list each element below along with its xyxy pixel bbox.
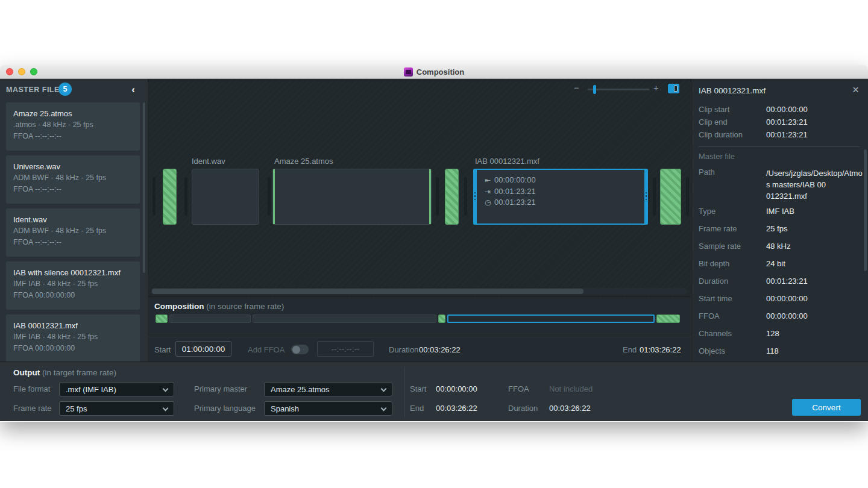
- output-duration-label: Duration: [508, 404, 538, 413]
- overview-segment-green[interactable]: [156, 314, 168, 323]
- clip-gap-handle[interactable]: [268, 177, 271, 216]
- master-file-item[interactable]: Amaze 25.atmos .atmos - 48 kHz - 25 fps …: [6, 102, 140, 151]
- primary-language-dropdown[interactable]: Spanish: [264, 401, 392, 416]
- sidebar-header: MASTER FILES 5 ‹: [0, 79, 148, 102]
- clip-gap-handle[interactable]: [653, 177, 656, 216]
- master-file-ffoa: FFOA 00:00:00:00: [13, 290, 133, 301]
- composition-title: Composition: [154, 302, 204, 311]
- primary-master-dropdown[interactable]: Amaze 25.atmos: [264, 382, 392, 396]
- zoom-out-icon[interactable]: −: [574, 83, 579, 93]
- file-format-value: .mxf (IMF IAB): [66, 385, 116, 394]
- panel-toggle-icon: [674, 86, 678, 92]
- duration-label: Duration: [389, 345, 418, 354]
- row-value: 00:00:00:00: [766, 105, 808, 114]
- master-file-format: IMF IAB - 48 kHz - 25 fps: [13, 278, 133, 290]
- convert-button[interactable]: Convert: [792, 399, 861, 416]
- add-ffoa-toggle[interactable]: [291, 345, 309, 354]
- timeline-scrollbar-thumb[interactable]: [152, 289, 583, 294]
- clip-duration-icon: ◷: [485, 197, 494, 208]
- master-file-format: ADM BWF - 48 kHz - 25 fps: [13, 225, 133, 237]
- row-label: Sample rate: [699, 242, 741, 251]
- row-value: 00:00:00:00: [766, 294, 808, 303]
- timeline-horizontal-scrollbar[interactable]: [151, 288, 687, 295]
- clip-in-icon: ⇤: [485, 175, 494, 186]
- clip-gap-handle[interactable]: [153, 177, 156, 216]
- master-file-item[interactable]: Universe.wav ADM BWF - 48 kHz - 25 fps F…: [6, 155, 140, 204]
- row-label: FFOA: [699, 311, 720, 321]
- chevron-down-icon: [163, 386, 169, 392]
- file-format-dropdown[interactable]: .mxf (IMF IAB): [59, 382, 174, 396]
- master-file-ffoa: FFOA --:--:--:--: [13, 184, 133, 195]
- zoom-slider-handle[interactable]: [593, 85, 596, 94]
- master-file-item[interactable]: Ident.wav ADM BWF - 48 kHz - 25 fps FFOA…: [6, 208, 140, 257]
- row-label: Frame rate: [699, 224, 737, 233]
- master-file-item[interactable]: IAB 00012321.mxf IMF IAB - 48 kHz - 25 f…: [6, 314, 140, 361]
- divider: [404, 367, 405, 418]
- frame-rate-dropdown[interactable]: 25 fps: [59, 401, 174, 416]
- clip-label: Ident.wav: [192, 157, 225, 166]
- zoom-slider[interactable]: [588, 89, 650, 90]
- sidebar-scrollbar[interactable]: [143, 102, 145, 273]
- timeline-area: − + Ident.wav Amaze 25.atmos IAB 0001232…: [148, 79, 691, 296]
- silence-clip[interactable]: [660, 169, 681, 225]
- clip-label: Amaze 25.atmos: [274, 157, 333, 166]
- master-files-sidebar: MASTER FILES 5 ‹ Amaze 25.atmos .atmos -…: [0, 79, 148, 361]
- overview-segment-green[interactable]: [438, 314, 445, 323]
- output-ffoa-value: Not included: [549, 384, 593, 393]
- clip-gap-handle[interactable]: [436, 177, 439, 216]
- row-value: 118: [766, 346, 779, 355]
- clip-label: IAB 00012321.mxf: [475, 157, 539, 166]
- clip-trim-right-handle[interactable]: [644, 169, 648, 225]
- clip-out-value: 00:01:23:21: [494, 187, 536, 196]
- row-value-path: /Users/jzglas/Desktop/Atmos masters/IAB …: [766, 167, 863, 202]
- row-value: 48 kHz: [766, 242, 790, 251]
- overview-segment-clip[interactable]: [169, 314, 251, 323]
- composition-subtitle: (in source frame rate): [204, 302, 285, 311]
- row-value: 25 fps: [766, 224, 787, 233]
- clip-gap-handle[interactable]: [184, 177, 187, 216]
- close-icon[interactable]: ×: [852, 83, 859, 96]
- ffoa-timecode-field[interactable]: --:--:--:--: [317, 341, 374, 357]
- overview-segment-green[interactable]: [656, 314, 680, 323]
- overview-segment-clip[interactable]: [253, 314, 436, 323]
- clip-duration-value: 00:01:23:21: [494, 198, 536, 207]
- primary-language-label: Primary language: [194, 404, 256, 413]
- app-window: Composition MASTER FILES 5 ‹ Amaze 25.at…: [0, 65, 868, 422]
- composition-start-input[interactable]: [175, 341, 231, 357]
- row-label: Type: [699, 207, 715, 216]
- sidebar-title: MASTER FILES: [6, 86, 65, 94]
- silence-clip[interactable]: [163, 169, 177, 225]
- clip-gap-handle[interactable]: [686, 177, 689, 216]
- clip-iab-selected[interactable]: ⇤00:00:00:00 ⇥00:01:23:21 ◷00:01:23:21: [473, 169, 648, 225]
- clip-amaze[interactable]: [272, 169, 432, 225]
- duration-value: 00:03:26:22: [419, 345, 461, 354]
- chevron-down-icon: [381, 405, 387, 411]
- output-ffoa-label: FFOA: [508, 384, 529, 393]
- overview-segment-selected[interactable]: [447, 314, 655, 323]
- row-label: Bit depth: [699, 259, 729, 268]
- inspector-panel: IAB 00012321.mxf × Clip start 00:00:00:0…: [691, 79, 868, 361]
- row-value: 00:01:23:21: [766, 130, 808, 139]
- row-label: Path: [699, 167, 715, 177]
- clip-timecodes: ⇤00:00:00:00 ⇥00:01:23:21 ◷00:01:23:21: [485, 175, 536, 208]
- output-start-value: 00:00:00:00: [436, 384, 477, 393]
- inspector-scrollbar[interactable]: [864, 149, 867, 271]
- titlebar: Composition: [0, 65, 868, 79]
- toggle-inspector-panel-button[interactable]: [668, 84, 679, 93]
- clip-gap-handle[interactable]: [464, 177, 467, 216]
- collapse-sidebar-icon[interactable]: ‹: [127, 84, 139, 96]
- clip-trim-left-handle[interactable]: [473, 169, 477, 225]
- inspector-title: IAB 00012321.mxf: [699, 86, 766, 95]
- zoom-in-icon[interactable]: +: [653, 83, 659, 93]
- master-file-name: Amaze 25.atmos: [13, 108, 133, 119]
- composition-controls: Start Add FFOA --:--:--:-- Duration 00:0…: [148, 337, 691, 362]
- master-file-item[interactable]: IAB with silence 00012321.mxf IMF IAB - …: [6, 261, 140, 310]
- row-label: Clip start: [699, 105, 729, 114]
- output-subtitle: (in target frame rate): [40, 368, 116, 377]
- master-file-ffoa: FFOA 00:00:00:00: [13, 343, 133, 354]
- chevron-down-icon: [381, 386, 387, 392]
- master-file-name: IAB with silence 00012321.mxf: [13, 267, 133, 278]
- silence-clip[interactable]: [445, 169, 459, 225]
- divider: [699, 146, 860, 147]
- clip-ident[interactable]: [192, 169, 259, 225]
